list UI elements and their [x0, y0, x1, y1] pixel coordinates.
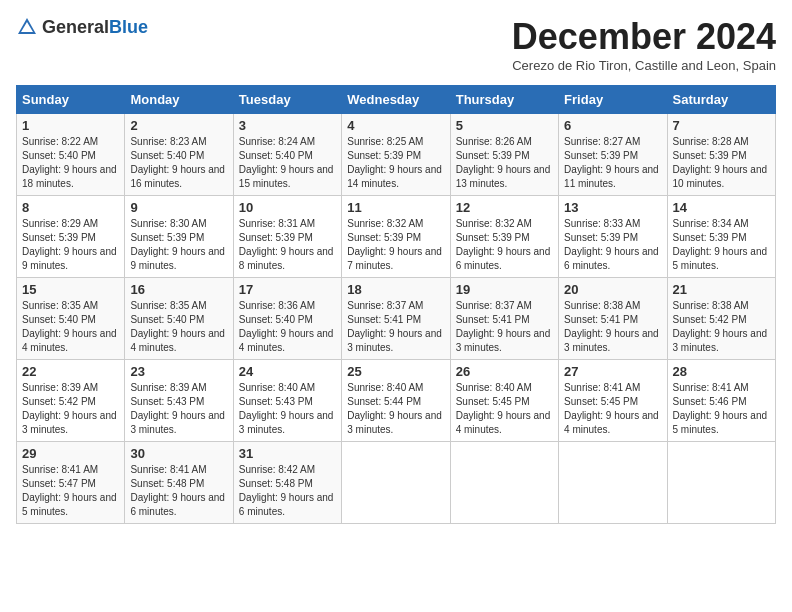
table-row: 22 Sunrise: 8:39 AMSunset: 5:42 PMDaylig… [17, 360, 776, 442]
day-info: Sunrise: 8:41 AMSunset: 5:47 PMDaylight:… [22, 464, 117, 517]
day-cell: 9 Sunrise: 8:30 AMSunset: 5:39 PMDayligh… [125, 196, 233, 278]
day-cell: 14 Sunrise: 8:34 AMSunset: 5:39 PMDaylig… [667, 196, 775, 278]
day-info: Sunrise: 8:38 AMSunset: 5:42 PMDaylight:… [673, 300, 768, 353]
day-info: Sunrise: 8:22 AMSunset: 5:40 PMDaylight:… [22, 136, 117, 189]
logo-blue: Blue [109, 17, 148, 37]
col-sunday: Sunday [17, 86, 125, 114]
logo: GeneralBlue [16, 16, 148, 38]
day-number: 23 [130, 364, 227, 379]
day-cell: 10 Sunrise: 8:31 AMSunset: 5:39 PMDaylig… [233, 196, 341, 278]
day-cell: 26 Sunrise: 8:40 AMSunset: 5:45 PMDaylig… [450, 360, 558, 442]
table-row: 15 Sunrise: 8:35 AMSunset: 5:40 PMDaylig… [17, 278, 776, 360]
day-number: 24 [239, 364, 336, 379]
logo-general: General [42, 17, 109, 37]
day-number: 6 [564, 118, 661, 133]
day-number: 27 [564, 364, 661, 379]
day-info: Sunrise: 8:27 AMSunset: 5:39 PMDaylight:… [564, 136, 659, 189]
day-number: 22 [22, 364, 119, 379]
day-info: Sunrise: 8:38 AMSunset: 5:41 PMDaylight:… [564, 300, 659, 353]
day-info: Sunrise: 8:31 AMSunset: 5:39 PMDaylight:… [239, 218, 334, 271]
day-info: Sunrise: 8:32 AMSunset: 5:39 PMDaylight:… [347, 218, 442, 271]
day-info: Sunrise: 8:30 AMSunset: 5:39 PMDaylight:… [130, 218, 225, 271]
day-info: Sunrise: 8:33 AMSunset: 5:39 PMDaylight:… [564, 218, 659, 271]
day-info: Sunrise: 8:37 AMSunset: 5:41 PMDaylight:… [456, 300, 551, 353]
day-number: 26 [456, 364, 553, 379]
day-info: Sunrise: 8:23 AMSunset: 5:40 PMDaylight:… [130, 136, 225, 189]
day-info: Sunrise: 8:25 AMSunset: 5:39 PMDaylight:… [347, 136, 442, 189]
table-row: 29 Sunrise: 8:41 AMSunset: 5:47 PMDaylig… [17, 442, 776, 524]
day-info: Sunrise: 8:42 AMSunset: 5:48 PMDaylight:… [239, 464, 334, 517]
day-number: 8 [22, 200, 119, 215]
day-cell: 1 Sunrise: 8:22 AMSunset: 5:40 PMDayligh… [17, 114, 125, 196]
col-tuesday: Tuesday [233, 86, 341, 114]
day-number: 10 [239, 200, 336, 215]
col-wednesday: Wednesday [342, 86, 450, 114]
day-cell: 16 Sunrise: 8:35 AMSunset: 5:40 PMDaylig… [125, 278, 233, 360]
day-cell: 13 Sunrise: 8:33 AMSunset: 5:39 PMDaylig… [559, 196, 667, 278]
day-number: 31 [239, 446, 336, 461]
col-thursday: Thursday [450, 86, 558, 114]
day-cell: 3 Sunrise: 8:24 AMSunset: 5:40 PMDayligh… [233, 114, 341, 196]
day-cell: 4 Sunrise: 8:25 AMSunset: 5:39 PMDayligh… [342, 114, 450, 196]
day-number: 21 [673, 282, 770, 297]
day-info: Sunrise: 8:29 AMSunset: 5:39 PMDaylight:… [22, 218, 117, 271]
day-info: Sunrise: 8:40 AMSunset: 5:43 PMDaylight:… [239, 382, 334, 435]
day-cell: 31 Sunrise: 8:42 AMSunset: 5:48 PMDaylig… [233, 442, 341, 524]
day-number: 11 [347, 200, 444, 215]
day-info: Sunrise: 8:34 AMSunset: 5:39 PMDaylight:… [673, 218, 768, 271]
days-header-row: Sunday Monday Tuesday Wednesday Thursday… [17, 86, 776, 114]
day-cell: 6 Sunrise: 8:27 AMSunset: 5:39 PMDayligh… [559, 114, 667, 196]
day-info: Sunrise: 8:40 AMSunset: 5:44 PMDaylight:… [347, 382, 442, 435]
table-row: 8 Sunrise: 8:29 AMSunset: 5:39 PMDayligh… [17, 196, 776, 278]
day-cell: 5 Sunrise: 8:26 AMSunset: 5:39 PMDayligh… [450, 114, 558, 196]
day-number: 29 [22, 446, 119, 461]
day-number: 7 [673, 118, 770, 133]
day-cell: 27 Sunrise: 8:41 AMSunset: 5:45 PMDaylig… [559, 360, 667, 442]
day-info: Sunrise: 8:35 AMSunset: 5:40 PMDaylight:… [130, 300, 225, 353]
day-number: 16 [130, 282, 227, 297]
day-cell-empty [667, 442, 775, 524]
month-title: December 2024 [512, 16, 776, 58]
day-info: Sunrise: 8:36 AMSunset: 5:40 PMDaylight:… [239, 300, 334, 353]
day-info: Sunrise: 8:24 AMSunset: 5:40 PMDaylight:… [239, 136, 334, 189]
day-number: 13 [564, 200, 661, 215]
day-cell-empty [450, 442, 558, 524]
day-info: Sunrise: 8:35 AMSunset: 5:40 PMDaylight:… [22, 300, 117, 353]
col-saturday: Saturday [667, 86, 775, 114]
day-cell: 8 Sunrise: 8:29 AMSunset: 5:39 PMDayligh… [17, 196, 125, 278]
col-monday: Monday [125, 86, 233, 114]
day-number: 30 [130, 446, 227, 461]
day-number: 15 [22, 282, 119, 297]
day-info: Sunrise: 8:32 AMSunset: 5:39 PMDaylight:… [456, 218, 551, 271]
col-friday: Friday [559, 86, 667, 114]
day-number: 4 [347, 118, 444, 133]
day-cell: 11 Sunrise: 8:32 AMSunset: 5:39 PMDaylig… [342, 196, 450, 278]
day-cell: 22 Sunrise: 8:39 AMSunset: 5:42 PMDaylig… [17, 360, 125, 442]
day-info: Sunrise: 8:41 AMSunset: 5:48 PMDaylight:… [130, 464, 225, 517]
day-number: 5 [456, 118, 553, 133]
day-cell: 28 Sunrise: 8:41 AMSunset: 5:46 PMDaylig… [667, 360, 775, 442]
day-number: 14 [673, 200, 770, 215]
day-cell: 21 Sunrise: 8:38 AMSunset: 5:42 PMDaylig… [667, 278, 775, 360]
day-info: Sunrise: 8:40 AMSunset: 5:45 PMDaylight:… [456, 382, 551, 435]
table-row: 1 Sunrise: 8:22 AMSunset: 5:40 PMDayligh… [17, 114, 776, 196]
day-info: Sunrise: 8:37 AMSunset: 5:41 PMDaylight:… [347, 300, 442, 353]
day-cell: 2 Sunrise: 8:23 AMSunset: 5:40 PMDayligh… [125, 114, 233, 196]
day-cell: 19 Sunrise: 8:37 AMSunset: 5:41 PMDaylig… [450, 278, 558, 360]
day-cell: 12 Sunrise: 8:32 AMSunset: 5:39 PMDaylig… [450, 196, 558, 278]
day-number: 20 [564, 282, 661, 297]
day-info: Sunrise: 8:26 AMSunset: 5:39 PMDaylight:… [456, 136, 551, 189]
day-info: Sunrise: 8:41 AMSunset: 5:46 PMDaylight:… [673, 382, 768, 435]
header: GeneralBlue December 2024 Cerezo de Rio … [16, 16, 776, 81]
day-cell-empty [342, 442, 450, 524]
day-number: 2 [130, 118, 227, 133]
day-number: 28 [673, 364, 770, 379]
calendar-table: Sunday Monday Tuesday Wednesday Thursday… [16, 85, 776, 524]
day-cell: 18 Sunrise: 8:37 AMSunset: 5:41 PMDaylig… [342, 278, 450, 360]
day-cell: 7 Sunrise: 8:28 AMSunset: 5:39 PMDayligh… [667, 114, 775, 196]
day-cell: 29 Sunrise: 8:41 AMSunset: 5:47 PMDaylig… [17, 442, 125, 524]
day-number: 17 [239, 282, 336, 297]
day-number: 1 [22, 118, 119, 133]
day-number: 12 [456, 200, 553, 215]
day-cell: 24 Sunrise: 8:40 AMSunset: 5:43 PMDaylig… [233, 360, 341, 442]
